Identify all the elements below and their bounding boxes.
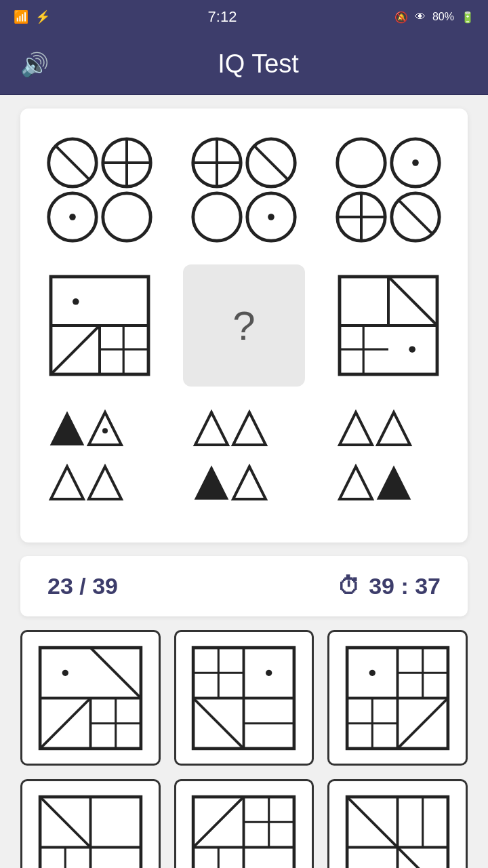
svg-point-55 [62, 669, 68, 675]
battery-text: 80% [432, 11, 454, 23]
grid-cell-1-1 [39, 129, 161, 251]
battery-icon: 🔋 [461, 11, 474, 24]
svg-marker-50 [378, 467, 410, 499]
svg-line-1 [55, 145, 89, 180]
svg-marker-43 [195, 412, 228, 445]
svg-line-34 [388, 277, 437, 326]
answer-option-6[interactable] [327, 779, 468, 868]
svg-point-64 [266, 669, 272, 675]
svg-point-27 [73, 298, 79, 305]
svg-marker-49 [340, 467, 372, 499]
svg-point-16 [338, 139, 385, 186]
timer-icon: ⏱ [338, 573, 361, 599]
svg-point-70 [369, 669, 375, 675]
status-right: 🔕 👁 80% 🔋 [394, 11, 474, 24]
page-title: IQ Test [49, 50, 468, 79]
svg-marker-40 [51, 467, 83, 499]
answer-option-1[interactable] [20, 630, 161, 766]
progress-text: 23 / 39 [47, 573, 118, 599]
svg-point-13 [193, 193, 241, 241]
svg-point-42 [102, 428, 108, 433]
status-time: 7:12 [208, 8, 237, 26]
svg-marker-46 [233, 467, 266, 499]
alarm-icon: 🔕 [394, 11, 408, 24]
grid-cell-1-2 [183, 129, 305, 251]
svg-line-86 [194, 797, 244, 847]
grid-cell-1-3 [327, 129, 449, 251]
svg-line-65 [194, 698, 244, 748]
svg-marker-38 [51, 412, 83, 445]
svg-line-54 [90, 648, 140, 698]
svg-line-56 [40, 698, 90, 748]
svg-marker-48 [378, 412, 410, 445]
answer-option-5[interactable] [174, 779, 314, 868]
svg-marker-45 [195, 467, 228, 499]
svg-point-18 [413, 159, 420, 166]
svg-marker-41 [89, 467, 121, 499]
svg-line-73 [398, 698, 448, 748]
status-bar: 📶 ⚡ 7:12 🔕 👁 80% 🔋 [0, 0, 488, 34]
grid-cell-3-3 [327, 400, 449, 522]
sound-button[interactable]: 🔊 [20, 51, 49, 78]
status-left: 📶 ⚡ [14, 9, 50, 24]
answer-option-2[interactable] [174, 630, 314, 766]
progress-bar: 23 / 39 ⏱ 39 : 37 [20, 556, 468, 616]
answer-option-4[interactable] [20, 779, 161, 868]
svg-marker-47 [340, 412, 372, 445]
svg-line-28 [51, 326, 100, 374]
svg-point-6 [69, 214, 76, 220]
svg-line-79 [40, 797, 90, 847]
grid-cell-2-2-question: ? [183, 264, 305, 387]
answers-grid [20, 630, 468, 868]
signal-icon: 📶 [14, 9, 28, 24]
timer-display: 39 : 37 [369, 573, 441, 599]
main-content: ? [0, 95, 488, 868]
question-grid: ? [34, 129, 454, 522]
grid-cell-3-1 [39, 400, 161, 522]
timer-section: ⏱ 39 : 37 [338, 573, 441, 599]
grid-cell-3-2 [183, 400, 305, 522]
app-bar: 🔊 IQ Test [0, 34, 488, 95]
question-mark-label: ? [232, 302, 255, 349]
svg-line-23 [399, 199, 433, 234]
svg-marker-44 [233, 412, 266, 445]
svg-point-7 [102, 193, 150, 241]
eye-icon: 👁 [415, 11, 426, 23]
svg-line-12 [253, 145, 288, 180]
grid-cell-2-3 [327, 264, 449, 387]
answer-option-3[interactable] [327, 630, 468, 766]
question-card: ? [20, 108, 468, 542]
grid-cell-2-1 [39, 264, 161, 387]
svg-point-37 [409, 346, 416, 353]
svg-point-15 [268, 214, 274, 220]
usb-icon: ⚡ [35, 9, 50, 24]
